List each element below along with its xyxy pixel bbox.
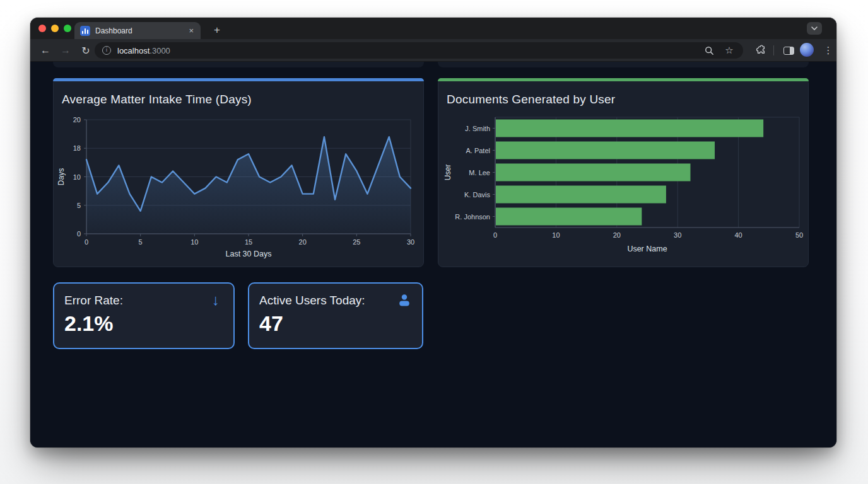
tab-close-icon[interactable]: × xyxy=(187,26,195,35)
active-users-label: Active Users Today: xyxy=(259,294,365,308)
svg-text:20: 20 xyxy=(613,231,621,239)
intake-time-card: Average Matter Intake Time (Days) 201810… xyxy=(53,78,424,267)
browser-toolbar: ← → ↻ i localhost.3000 ☆ ⋮ xyxy=(30,39,836,62)
search-icon[interactable] xyxy=(704,45,714,55)
scrolled-card-edge xyxy=(53,62,424,67)
active-users-card: Active Users Today: 47 xyxy=(248,282,423,349)
svg-text:10: 10 xyxy=(73,173,81,181)
documents-card: Documents Generated by User 01020304050J… xyxy=(438,78,809,267)
svg-text:20: 20 xyxy=(73,116,81,124)
svg-text:50: 50 xyxy=(795,231,803,239)
side-panel-button[interactable] xyxy=(780,42,797,59)
svg-text:User: User xyxy=(443,164,452,180)
traffic-lights xyxy=(38,25,71,32)
tab-title: Dashboard xyxy=(95,26,182,35)
side-panel-icon xyxy=(783,47,794,55)
new-tab-button[interactable]: + xyxy=(209,23,225,38)
svg-text:18: 18 xyxy=(73,144,81,152)
site-info-icon[interactable]: i xyxy=(102,46,111,55)
url-bar[interactable]: i localhost.3000 ☆ xyxy=(95,42,743,59)
svg-text:R. Johnson: R. Johnson xyxy=(455,213,490,221)
minimize-window-button[interactable] xyxy=(51,25,59,32)
person-icon xyxy=(397,292,412,308)
svg-text:20: 20 xyxy=(299,238,307,246)
svg-text:5: 5 xyxy=(77,202,81,209)
svg-text:30: 30 xyxy=(674,231,681,239)
active-users-value: 47 xyxy=(259,311,283,336)
reload-button[interactable]: ↻ xyxy=(77,42,95,59)
svg-text:User Name: User Name xyxy=(627,245,667,253)
documents-bar-chart: 01020304050J. SmithA. PatelM. LeeK. Davi… xyxy=(438,79,809,268)
back-button[interactable]: ← xyxy=(37,42,54,59)
window-chevron-button[interactable] xyxy=(807,22,822,35)
page-content[interactable]: Average Matter Intake Time (Days) 201810… xyxy=(30,62,836,447)
extensions-puzzle-icon[interactable] xyxy=(752,42,770,59)
svg-text:0: 0 xyxy=(493,231,497,239)
browser-window: Dashboard × + ← → ↻ i localhost.3000 ☆ xyxy=(30,18,836,447)
zoom-window-button[interactable] xyxy=(64,25,71,32)
forward-button[interactable]: → xyxy=(57,42,74,59)
svg-text:0: 0 xyxy=(85,238,88,246)
svg-text:15: 15 xyxy=(245,238,252,246)
browser-menu-button[interactable]: ⋮ xyxy=(820,42,836,59)
svg-text:0: 0 xyxy=(77,230,81,238)
browser-tab-dashboard[interactable]: Dashboard × xyxy=(74,22,201,39)
svg-text:M. Lee: M. Lee xyxy=(469,169,490,176)
error-rate-value: 2.1% xyxy=(64,311,114,336)
profile-avatar[interactable] xyxy=(800,43,814,57)
close-window-button[interactable] xyxy=(38,25,46,32)
bookmark-star-icon[interactable]: ☆ xyxy=(724,45,734,55)
url-host: localhost xyxy=(117,46,150,55)
arrow-down-icon: ↓ xyxy=(208,292,223,308)
svg-text:A. Patel: A. Patel xyxy=(466,147,490,154)
error-rate-card: Error Rate: 2.1% ↓ xyxy=(53,282,235,349)
toolbar-divider xyxy=(773,45,774,55)
scrolled-card-edge xyxy=(438,62,809,67)
svg-text:J. Smith: J. Smith xyxy=(465,125,490,132)
tab-favicon-icon xyxy=(80,26,90,36)
error-rate-label: Error Rate: xyxy=(64,294,123,308)
intake-line-chart: 20181050051015202530Last 30 DaysDays xyxy=(54,79,425,268)
svg-text:10: 10 xyxy=(552,231,560,239)
svg-text:K. Davis: K. Davis xyxy=(464,191,490,199)
url-suffix: .3000 xyxy=(150,46,170,55)
svg-text:10: 10 xyxy=(191,238,198,246)
svg-text:Days: Days xyxy=(57,168,66,185)
svg-text:40: 40 xyxy=(734,231,742,239)
svg-text:25: 25 xyxy=(353,238,360,246)
svg-text:5: 5 xyxy=(139,238,143,246)
svg-text:30: 30 xyxy=(407,238,414,246)
browser-titlebar: Dashboard × + xyxy=(30,18,836,39)
desktop-background: Dashboard × + ← → ↻ i localhost.3000 ☆ xyxy=(0,0,868,484)
chevron-down-icon xyxy=(811,26,818,30)
svg-text:Last 30 Days: Last 30 Days xyxy=(226,250,272,258)
